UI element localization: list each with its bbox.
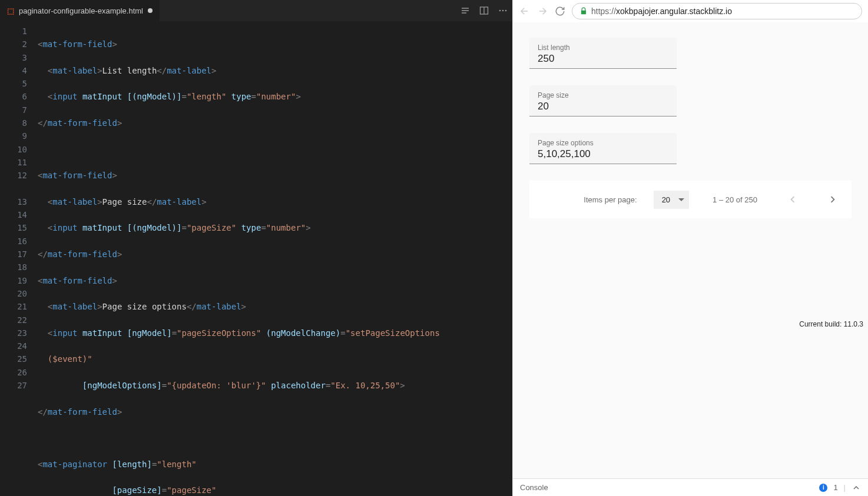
page-size-options-input[interactable] [538,148,668,160]
list-length-input[interactable] [538,53,668,65]
preview-pane: https://xokbpajojer.angular.stackblitz.i… [512,0,868,496]
code-content[interactable]: <mat-form-field> <mat-label>List length<… [38,25,512,496]
line-gutter: 123456789101112 131415161718192021222324… [0,25,38,496]
info-badge-icon: i [819,484,827,492]
split-editor-icon[interactable] [479,6,489,15]
field-label: Page size [538,91,668,99]
browser-bar: https://xokbpajojer.angular.stackblitz.i… [513,0,868,22]
field-label: Page size options [538,139,668,147]
editor-tab[interactable]: ⬚ paginator-configurable-example.html [0,0,160,21]
html-file-icon: ⬚ [7,6,14,15]
page-size-options-field[interactable]: Page size options [529,133,677,164]
page-size-field[interactable]: Page size [529,85,677,116]
compare-icon[interactable] [460,6,470,15]
list-length-field[interactable]: List length [529,38,677,69]
page-size-input[interactable] [538,101,668,112]
lock-icon [579,7,588,15]
editor-tab-bar: ⬚ paginator-configurable-example.html [0,0,512,21]
console-bar[interactable]: Console i 1 | [513,478,868,496]
console-status: i 1 | [819,483,861,492]
paginator: Items per page: 20 1 – 20 of 250 [529,181,852,218]
build-info: Current build: 11.0.3 [799,320,863,328]
info-count: 1 [833,483,837,492]
dropdown-arrow-icon [678,198,684,201]
reload-button[interactable] [554,5,566,17]
svg-point-3 [505,10,507,12]
svg-point-1 [499,10,501,12]
unsaved-indicator-icon [148,8,153,13]
back-button[interactable] [519,5,531,17]
tab-filename: paginator-configurable-example.html [19,6,143,15]
next-page-button[interactable] [821,188,844,211]
items-per-page-label: Items per page: [584,195,637,204]
url-bar[interactable]: https://xokbpajojer.angular.stackblitz.i… [572,3,862,19]
url-text: https://xokbpajojer.angular.stackblitz.i… [591,6,732,16]
editor-actions [460,6,508,15]
chevron-up-icon[interactable] [852,483,861,492]
preview-body: List length Page size Page size options … [513,22,868,478]
field-label: List length [538,44,668,52]
console-label: Console [520,483,548,492]
svg-point-2 [502,10,504,12]
range-label: 1 – 20 of 250 [713,195,757,204]
code-editor[interactable]: 123456789101112 131415161718192021222324… [0,21,512,496]
previous-page-button[interactable] [781,188,804,211]
page-size-value: 20 [662,195,670,204]
page-size-select[interactable]: 20 [654,191,689,209]
forward-button[interactable] [536,5,548,17]
editor-pane: ⬚ paginator-configurable-example.html 12… [0,0,512,496]
more-actions-icon[interactable] [498,6,508,15]
divider: | [844,483,846,492]
